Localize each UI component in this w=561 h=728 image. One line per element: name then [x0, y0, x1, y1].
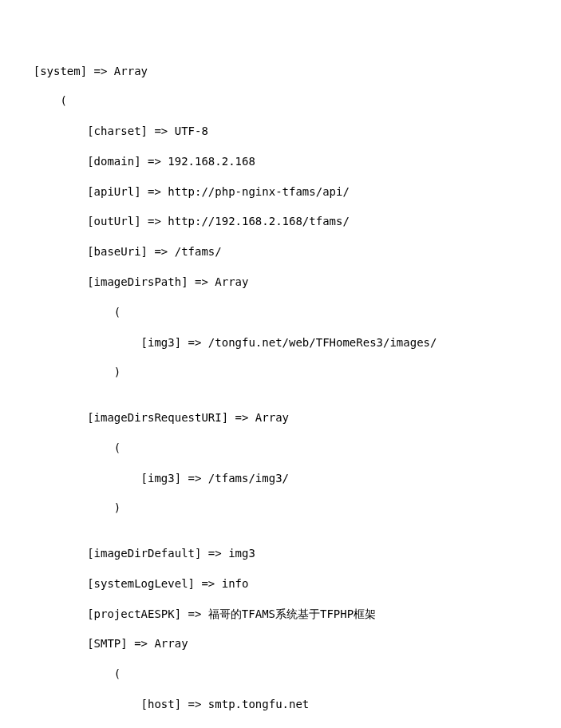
- dump-line: [domain] => 192.168.2.168: [6, 154, 555, 169]
- dump-line: [imageDirsRequestURI] => Array: [6, 410, 555, 425]
- dump-line: [charset] => UTF-8: [6, 124, 555, 139]
- dump-line: (: [6, 93, 555, 109]
- dump-line: [img3] => /tfams/img3/: [6, 471, 555, 486]
- dump-line: [SMTP] => Array: [6, 636, 555, 651]
- dump-line: [host] => smtp.tongfu.net: [6, 697, 555, 712]
- dump-line: [imageDirsPath] => Array: [6, 275, 555, 290]
- dump-line: [system] => Array: [6, 64, 555, 79]
- dump-line: [imageDirDefault] => img3: [6, 546, 555, 561]
- dump-line: [projectAESPK] => 福哥的TFAMS系统基于TFPHP框架: [6, 607, 555, 622]
- dump-line: [baseUri] => /tfams/: [6, 244, 555, 259]
- dump-line: (: [6, 305, 555, 320]
- dump-line: [img3] => /tongfu.net/web/TFHomeRes3/ima…: [6, 335, 555, 350]
- dump-line: [outUrl] => http://192.168.2.168/tfams/: [6, 214, 555, 229]
- dump-line: ): [6, 500, 555, 516]
- dump-line: [apiUrl] => http://php-nginx-tfams/api/: [6, 184, 555, 200]
- dump-line: [systemLogLevel] => info: [6, 576, 555, 592]
- dump-line: (: [6, 441, 555, 456]
- dump-line: (: [6, 667, 555, 682]
- dump-line: ): [6, 365, 555, 380]
